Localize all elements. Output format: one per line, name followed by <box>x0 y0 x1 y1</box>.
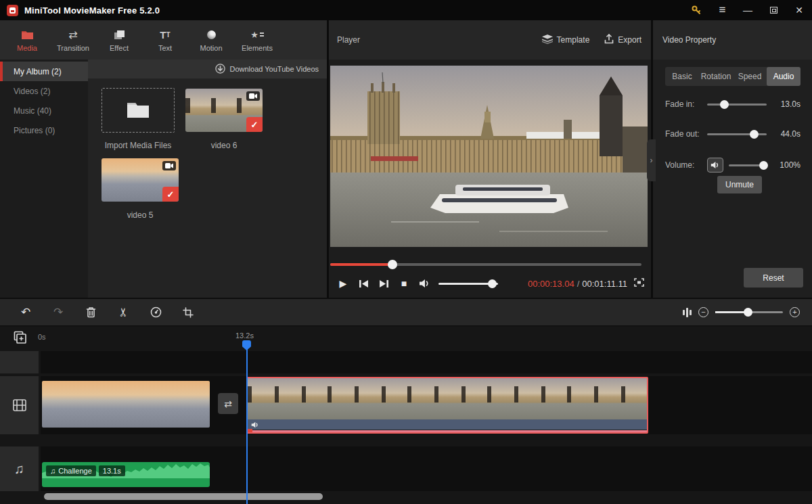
template-label: Template <box>557 35 590 45</box>
timeline-horizontal-scrollbar[interactable] <box>44 493 323 500</box>
timeline-ruler[interactable]: 0s 13.2s <box>0 327 812 351</box>
playhead-time-label: 13.2s <box>235 331 254 340</box>
timeline-zoom-slider[interactable] <box>715 311 783 313</box>
minimize-button[interactable]: — <box>735 0 761 20</box>
tab-label: Media <box>17 44 37 52</box>
fullscreen-icon[interactable] <box>634 277 644 290</box>
tab-text[interactable]: TT Text <box>142 20 188 60</box>
tab-label: Motion <box>200 44 222 52</box>
mute-toggle-button[interactable] <box>707 158 723 173</box>
export-label: Export <box>618 35 641 45</box>
video-property-panel: › Basic Rotation Speed Audio Fade in: 13… <box>653 60 812 298</box>
volume-slider[interactable] <box>729 164 767 166</box>
volume-thumb[interactable] <box>759 161 768 170</box>
next-frame-button[interactable] <box>374 279 394 288</box>
template-button[interactable]: Template <box>542 35 590 46</box>
sidebar-item-my-album[interactable]: My Album (2) <box>0 62 88 81</box>
selected-check-icon: ✓ <box>162 187 179 202</box>
clip-audio-strip <box>248 419 647 430</box>
volume-row: Volume: 100% <box>665 158 800 173</box>
fade-out-thumb[interactable] <box>750 130 759 139</box>
fade-in-row: Fade in: 13.0s <box>665 97 800 112</box>
tab-media[interactable]: Media <box>4 20 50 60</box>
timeline-clip-audio-challenge[interactable]: ♫ Challenge 13.1s <box>42 462 210 487</box>
video-track-header <box>0 376 39 434</box>
zoom-in-button[interactable]: + <box>790 307 800 317</box>
timeline: 0s 13.2s ♫ ⇄ <box>0 327 812 504</box>
sidebar-item-pictures[interactable]: Pictures (0) <box>0 120 88 140</box>
fade-in-thumb[interactable] <box>720 100 729 109</box>
overlay-track-header <box>0 351 39 373</box>
tab-motion[interactable]: Motion <box>188 20 234 60</box>
fade-in-value: 13.0s <box>773 99 800 109</box>
maximize-button[interactable] <box>761 0 786 20</box>
close-button[interactable]: ✕ <box>786 0 812 20</box>
layers-icon <box>542 35 553 46</box>
fade-out-value: 44.0s <box>773 129 800 139</box>
tab-transition[interactable]: ⇄ Transition <box>50 20 96 60</box>
timeline-zoom-controls: − + <box>683 307 800 317</box>
speed-button[interactable] <box>139 306 172 318</box>
player-volume-slider[interactable] <box>438 283 498 285</box>
stop-button[interactable]: ■ <box>394 278 414 289</box>
sidebar-item-videos[interactable]: Videos (2) <box>0 81 88 101</box>
tab-rotation[interactable]: Rotation <box>699 67 733 86</box>
import-media-button[interactable] <box>102 88 175 133</box>
previous-frame-button[interactable] <box>353 279 374 288</box>
zoom-thumb[interactable] <box>744 308 752 317</box>
tab-label: Effect <box>110 44 129 52</box>
video-preview <box>330 66 648 247</box>
tab-speed[interactable]: Speed <box>733 67 767 86</box>
volume-thumb[interactable] <box>488 279 497 288</box>
download-youtube-bar[interactable]: Download YouTube Videos <box>88 60 327 78</box>
tab-label: Text <box>158 44 172 52</box>
overlay-track-lane[interactable] <box>41 351 812 373</box>
sidebar-item-music[interactable]: Music (40) <box>0 101 88 120</box>
timeline-clip-video6-selected[interactable] <box>246 377 648 434</box>
clip-trim-handle[interactable] <box>248 429 252 432</box>
folder-icon <box>126 101 150 120</box>
media-item-name: video 6 <box>185 141 263 150</box>
timeline-clip-video5[interactable] <box>42 381 210 428</box>
speaker-icon[interactable] <box>414 279 434 288</box>
property-title: Video Property <box>662 35 716 45</box>
download-icon <box>215 64 225 75</box>
library-item-video5[interactable]: ✓ <box>102 158 179 202</box>
fade-out-slider[interactable] <box>707 133 767 135</box>
undo-button[interactable]: ↶ <box>9 305 42 319</box>
menu-icon[interactable]: ≡ <box>709 0 735 20</box>
play-button[interactable]: ▶ <box>333 278 353 289</box>
tab-label: Elements <box>242 44 273 52</box>
add-track-icon[interactable] <box>14 331 27 346</box>
fade-in-slider[interactable] <box>707 104 767 106</box>
tab-audio[interactable]: Audio <box>767 67 800 86</box>
unmute-button[interactable]: Unmute <box>717 176 762 193</box>
player-controls: ▶ ■ 00:00:13.04 / 00:01:11.11 <box>333 273 646 294</box>
music-icon: ♫ <box>50 467 55 475</box>
fit-timeline-icon[interactable] <box>683 308 692 317</box>
panel-collapse-handle[interactable]: › <box>647 139 656 181</box>
media-item-name: video 5 <box>102 210 179 220</box>
crop-button[interactable] <box>172 307 204 318</box>
delete-button[interactable] <box>74 306 107 318</box>
property-header: Video Property <box>653 20 812 60</box>
effect-icon <box>114 28 125 41</box>
text-icon: TT <box>160 28 170 41</box>
clip-selection-underline <box>248 430 647 432</box>
reset-button[interactable]: Reset <box>744 268 803 288</box>
playhead-line[interactable] <box>246 343 248 504</box>
redo-button[interactable]: ↷ <box>42 305 74 319</box>
tab-basic[interactable]: Basic <box>665 67 699 86</box>
playback-progress-bar[interactable] <box>330 260 641 269</box>
tab-effect[interactable]: Effect <box>96 20 142 60</box>
zoom-out-button[interactable]: − <box>698 307 708 317</box>
export-button[interactable]: Export <box>604 34 641 46</box>
license-key-icon[interactable] <box>683 0 709 20</box>
volume-value: 100% <box>773 160 800 170</box>
transition-slot-button[interactable]: ⇄ <box>218 393 238 414</box>
audio-track-header: ♫ <box>0 446 39 491</box>
split-button[interactable]: ✂ <box>107 305 139 319</box>
library-item-video6[interactable]: ✓ <box>185 89 263 132</box>
progress-thumb[interactable] <box>388 260 397 269</box>
tab-elements[interactable]: ★ Elements <box>234 20 280 60</box>
